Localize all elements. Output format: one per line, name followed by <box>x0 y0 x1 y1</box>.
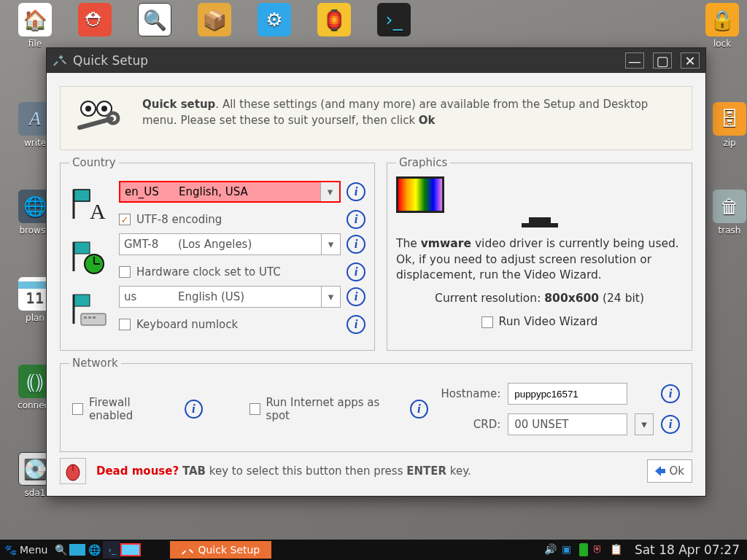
shield-icon[interactable]: ⛨ <box>592 543 605 556</box>
desktop-icon-label: trash <box>719 225 741 236</box>
numlock-info-button[interactable]: i <box>347 315 365 334</box>
titlebar[interactable]: Quick Setup — ▢ ✕ <box>47 48 705 73</box>
puppy-wrench-icon <box>75 97 122 139</box>
window-maximize-button[interactable]: ▢ <box>653 52 672 69</box>
hostname-label: Hostname: <box>441 387 501 400</box>
taskbar-desktop-icon[interactable] <box>69 544 85 556</box>
battery-icon[interactable] <box>579 543 588 556</box>
taskbar-terminal-icon[interactable]: ›_ <box>103 541 120 559</box>
timezone-info-button[interactable]: i <box>347 235 365 254</box>
desktop-icon-label: write <box>24 138 46 148</box>
system-tray: 🔊 ▣ ⛨ 📋 <box>540 543 627 556</box>
desktop-icon-settings[interactable]: ⚙ <box>251 3 298 36</box>
arrow-left-icon <box>652 464 667 478</box>
desktop-icon-lamp[interactable]: 🏮 <box>311 3 357 36</box>
country-legend: Country <box>69 156 119 169</box>
desktop-icon-term[interactable]: ›_ <box>371 3 417 36</box>
checkbox-icon <box>249 403 260 415</box>
checkbox-icon <box>119 319 131 330</box>
desktop-icon-lock[interactable]: 🔒 lock <box>699 3 746 49</box>
taskbar-active-label: Quick Setup <box>198 544 260 556</box>
svg-rect-9 <box>74 242 90 254</box>
locale-select[interactable]: en_US English, USA ▾ <box>119 181 341 203</box>
lifebuoy-icon: ⛑ <box>85 9 104 31</box>
menu-button[interactable]: 🐾 Menu <box>0 541 52 559</box>
volume-icon[interactable]: 🔊 <box>544 543 557 556</box>
desktop-icon-zip[interactable]: 🗄 zip <box>706 102 747 148</box>
monitor-icon <box>396 176 683 228</box>
utf8-label: UTF-8 encoding <box>136 213 222 226</box>
utf8-info-button[interactable]: i <box>347 210 365 229</box>
write-icon: A <box>29 108 41 130</box>
run-video-wizard-checkbox[interactable]: Run Video Wizard <box>481 314 598 330</box>
paw-icon: 🐾 <box>4 544 17 556</box>
taskbar-search-icon[interactable]: 🔍 <box>52 541 69 559</box>
country-fieldset: Country A en_US English, USA ▾ <box>60 156 375 351</box>
keyboard-info-button[interactable]: i <box>347 287 365 306</box>
svg-rect-5 <box>74 190 90 201</box>
svg-rect-14 <box>81 314 106 325</box>
svg-rect-16 <box>88 316 91 319</box>
spot-checkbox[interactable]: Run Internet apps as spot <box>249 396 397 422</box>
archive-icon: 🗄 <box>720 108 739 130</box>
ok-button[interactable]: Ok <box>647 459 693 483</box>
clipboard-icon[interactable]: 📋 <box>610 543 623 556</box>
taskbar-globe-icon[interactable]: 🌐 <box>85 541 103 559</box>
trash-icon: 🗑 <box>720 195 739 217</box>
locale-info-button[interactable]: i <box>347 182 365 201</box>
window-close-button[interactable]: ✕ <box>681 52 700 69</box>
crd-select[interactable]: 00 UNSET <box>508 413 627 435</box>
firewall-checkbox[interactable]: Firewall enabled <box>72 396 171 422</box>
hwclock-checkbox[interactable]: Hardware clock set to UTC <box>119 265 281 279</box>
home-icon: 🏠 <box>23 9 47 31</box>
graphics-resolution: Current resolution: 800x600 (24 bit) <box>396 291 683 307</box>
taskbar-active-window[interactable]: Quick Setup <box>170 541 271 559</box>
desktop-icon-pkg[interactable]: 📦 <box>191 3 238 36</box>
desktop-icon-file[interactable]: 🏠 file <box>12 3 58 49</box>
chevron-down-icon[interactable]: ▾ <box>635 413 654 435</box>
taskbar: 🐾 Menu 🔍 🌐 ›_ Quick Setup 🔊 ▣ ⛨ 📋 Sat 18… <box>0 540 747 560</box>
gear-icon: ⚙ <box>266 9 282 31</box>
timezone-flag-icon <box>69 239 110 276</box>
intro-text: Quick setup. All these settings (and man… <box>142 97 677 129</box>
hwclock-label: Hardware clock set to UTC <box>136 265 281 279</box>
dialog-footer: Dead mouse? TAB key to select this butto… <box>47 458 705 496</box>
crd-info-button[interactable]: i <box>661 415 680 434</box>
taskbar-window-icon[interactable] <box>120 543 141 556</box>
numlock-label: Keyboard numlock <box>136 318 238 331</box>
spot-info-button[interactable]: i <box>410 400 428 419</box>
wrench-screwdriver-icon <box>53 53 67 68</box>
keyboard-select[interactable]: us English (US) ▾ <box>119 286 341 308</box>
locale-flag-icon: A <box>69 187 110 223</box>
checkbox-icon <box>119 214 131 225</box>
chevron-down-icon: ▾ <box>321 234 340 254</box>
svg-point-2 <box>85 106 91 112</box>
package-icon: 📦 <box>203 9 226 31</box>
hostname-info-button[interactable]: i <box>661 384 680 403</box>
desktop-icon-disk[interactable]: 🔍 <box>131 3 178 36</box>
checkbox-icon <box>481 316 493 328</box>
desktop-icon-label: lock <box>713 39 731 49</box>
graphics-desc: The vmware video driver is currently bei… <box>396 236 683 284</box>
keyboard-flag-icon <box>69 292 110 328</box>
desktop: 🏠 file ⛑ 🔍 📦 ⚙ 🏮 ›_ 🔒 lock A write 🌐 bro… <box>0 0 747 560</box>
intro-banner: Quick setup. All these settings (and man… <box>60 86 692 150</box>
hostname-input[interactable] <box>508 383 627 405</box>
numlock-checkbox[interactable]: Keyboard numlock <box>119 318 238 331</box>
desktop-icon-trash[interactable]: 🗑 trash <box>706 190 747 236</box>
desktop-icon-help[interactable]: ⛑ <box>71 3 118 36</box>
kb-code: us <box>120 290 171 303</box>
search-disk-icon: 🔍 <box>143 9 166 31</box>
locale-code: en_US <box>120 185 171 198</box>
firewall-info-button[interactable]: i <box>185 400 203 419</box>
hwclock-info-button[interactable]: i <box>347 262 365 281</box>
tz-code: GMT-8 <box>120 238 171 251</box>
taskbar-clock[interactable]: Sat 18 Apr 07:27 <box>627 542 747 557</box>
window-title: Quick Setup <box>73 53 616 68</box>
desktop-icon-label: sda1 <box>25 488 46 498</box>
chevron-down-icon: ▾ <box>321 287 340 307</box>
utf8-checkbox[interactable]: UTF-8 encoding <box>119 213 222 226</box>
window-minimize-button[interactable]: — <box>625 52 644 69</box>
timezone-select[interactable]: GMT-8 (Los Angeles) ▾ <box>119 233 341 255</box>
window-tile-icon[interactable]: ▣ <box>562 543 575 556</box>
